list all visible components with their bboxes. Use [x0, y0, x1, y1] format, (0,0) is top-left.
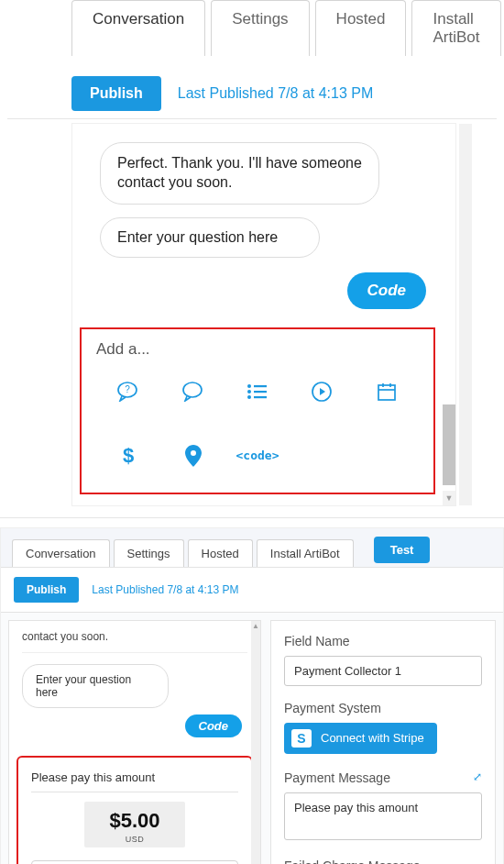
svg-point-2 — [183, 382, 202, 397]
code-pill-sm-wrap: Code — [22, 717, 242, 734]
question-bubble[interactable]: Enter your question here — [100, 217, 320, 258]
payment-card: Please pay this amount $5.00 USD Card nu… — [16, 756, 253, 864]
publish-bar-2: Publish Last Published 7/8 at 4:13 PM — [1, 567, 503, 613]
svg-rect-4 — [254, 385, 267, 387]
svg-rect-10 — [378, 385, 395, 400]
dollar-icon[interactable]: $ — [114, 445, 143, 467]
chat-preview-panel: Perfect. Thank you. I'll have someone co… — [71, 123, 456, 506]
add-a-title: Add a... — [96, 340, 419, 359]
code-pill-wrap: Code — [72, 272, 426, 309]
properties-pane: Field Name Payment System S Connect with… — [270, 620, 496, 864]
trailing-bot-message: contact you soon. — [22, 630, 247, 653]
tab2-conversation[interactable]: Conversation — [12, 539, 110, 567]
connect-stripe-button[interactable]: S Connect with Stripe — [284, 723, 437, 754]
amount-value: $5.00 — [84, 809, 185, 833]
question-bubble-icon[interactable]: ? — [114, 381, 143, 403]
test-button[interactable]: Test — [374, 537, 431, 563]
svg-point-3 — [247, 384, 251, 388]
last-published-text: Last Published 7/8 at 4:13 PM — [178, 85, 373, 102]
svg-text:?: ? — [125, 384, 130, 394]
location-pin-icon[interactable] — [179, 445, 208, 467]
play-circle-icon[interactable] — [307, 381, 336, 403]
bottom-panel: Conversation Settings Hosted Install Art… — [0, 527, 504, 864]
payment-message-input[interactable]: Please pay this amount — [284, 792, 482, 840]
tab-conversation[interactable]: Conversation — [71, 0, 205, 56]
add-a-icons: ? $ <code> — [96, 381, 419, 467]
primary-tabs: Conversation Settings Hosted Install Art… — [71, 0, 497, 56]
secondary-tabs: Conversation Settings Hosted Install Art… — [1, 528, 503, 567]
list-icon[interactable] — [243, 381, 272, 403]
field-name-input[interactable] — [284, 656, 482, 686]
stripe-s-icon: S — [291, 729, 312, 748]
svg-point-5 — [247, 390, 251, 393]
publish-button[interactable]: Publish — [71, 76, 161, 111]
question-bubble-sm[interactable]: Enter your question here — [22, 664, 169, 708]
card-number-field[interactable]: Card number MM/YY CVC — [31, 860, 238, 864]
scrollbar-track[interactable] — [459, 124, 472, 505]
chat-bubble-icon[interactable] — [179, 381, 208, 403]
publish-row: Publish Last Published 7/8 at 4:13 PM — [71, 76, 497, 111]
expand-icon[interactable]: ⤢ — [473, 770, 482, 783]
payment-system-label: Payment System — [284, 701, 482, 715]
tab2-install-artibot[interactable]: Install ArtiBot — [257, 539, 354, 567]
preview-scrollbar-track[interactable] — [251, 621, 260, 864]
preview-scroll-up-arrow[interactable]: ▲ — [251, 621, 260, 632]
amount-currency: USD — [84, 835, 185, 844]
connect-stripe-label: Connect with Stripe — [321, 731, 424, 745]
preview-pane: ▲ contact you soon. Enter your question … — [8, 620, 261, 864]
divider — [7, 118, 497, 119]
svg-rect-6 — [254, 391, 267, 393]
scrollbar-down-arrow[interactable]: ▼ — [443, 491, 455, 505]
last-published-text-2: Last Published 7/8 at 4:13 PM — [92, 583, 238, 596]
code-option-icon[interactable]: <code> — [236, 445, 279, 467]
payment-card-title: Please pay this amount — [31, 770, 238, 792]
payment-message-label: Payment Message ⤢ — [284, 770, 482, 785]
add-a-toolbox: Add a... ? $ — [80, 327, 435, 494]
scrollbar-thumb[interactable] — [443, 404, 455, 485]
publish-button-2[interactable]: Publish — [14, 577, 79, 603]
tab-settings[interactable]: Settings — [211, 0, 309, 56]
field-name-label: Field Name — [284, 634, 482, 648]
svg-rect-8 — [254, 396, 267, 398]
top-panel: Conversation Settings Hosted Install Art… — [0, 0, 504, 518]
svg-point-7 — [247, 395, 251, 399]
calendar-icon[interactable] — [372, 381, 401, 403]
failed-charge-label: Failed Charge Message — [284, 858, 482, 864]
code-pill-sm[interactable]: Code — [185, 714, 243, 737]
code-pill[interactable]: Code — [347, 272, 427, 309]
bot-message-bubble: Perfect. Thank you. I'll have someone co… — [100, 142, 379, 205]
svg-text:$: $ — [123, 446, 134, 466]
tab2-settings[interactable]: Settings — [114, 539, 184, 567]
tab-hosted[interactable]: Hosted — [315, 0, 407, 56]
tab2-hosted[interactable]: Hosted — [188, 539, 253, 567]
editor-split: ▲ contact you soon. Enter your question … — [1, 613, 503, 864]
amount-box: $5.00 USD — [84, 802, 185, 847]
tab-install-artibot[interactable]: Install ArtiBot — [411, 0, 500, 56]
